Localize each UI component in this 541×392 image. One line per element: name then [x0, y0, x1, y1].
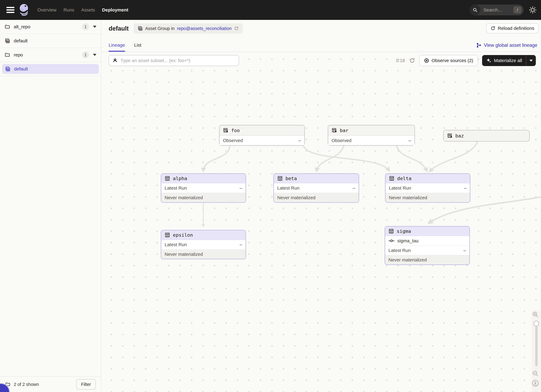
asset-group-header: default Asset Group in repo@assets_recon… — [101, 20, 541, 52]
asset-name: epsilon — [173, 232, 193, 238]
op-selector-icon — [112, 58, 118, 63]
asset-node-baz[interactable]: baz — [443, 130, 530, 142]
zoom-in-icon[interactable] — [532, 311, 539, 318]
asset-node-sigma[interactable]: sigma sigma_tau Latest Run– Never materi… — [385, 226, 470, 265]
asset-subset-filter[interactable] — [109, 55, 239, 66]
asset-group-prefix: Asset Group in — [145, 26, 175, 31]
search-icon — [470, 5, 480, 15]
sidebar-item-label: default — [14, 38, 27, 43]
code-location-icon — [138, 26, 143, 31]
latest-run-row: Latest Run– — [274, 183, 359, 193]
recenter-download-icon[interactable] — [531, 379, 539, 387]
asset-table-icon — [389, 229, 394, 234]
observable-source-table-icon — [447, 133, 453, 138]
observed-row: Observed– — [219, 136, 304, 145]
asset-node-header: alpha — [161, 174, 245, 183]
code-location-icon — [5, 38, 10, 44]
materialize-sparkle-icon — [486, 58, 492, 63]
materialize-options-dropdown[interactable] — [526, 55, 536, 66]
settings-gear-icon[interactable] — [529, 6, 537, 14]
sidebar-item-alt-repo[interactable]: alt_repo 1 — [0, 20, 101, 34]
filter-button[interactable]: Filter — [76, 379, 96, 390]
asset-node-header: bar — [328, 125, 415, 136]
asset-count-badge: 1 — [82, 23, 89, 30]
materialize-all-button[interactable]: Materialize all — [482, 55, 526, 66]
observe-sources-label: Observe sources (2) — [432, 58, 473, 63]
asset-node-foo[interactable]: foo Observed– — [219, 125, 305, 146]
refresh-icon[interactable] — [234, 26, 239, 31]
sidebar-item-label: alt_repo — [14, 24, 30, 29]
shown-count-text: 2 of 2 shown — [14, 382, 39, 387]
refresh-icon — [490, 26, 495, 31]
refresh-icon[interactable] — [409, 58, 415, 63]
asset-node-alpha[interactable]: alpha Latest Run– Never materialized — [161, 173, 246, 203]
asset-check-row[interactable]: sigma_tau — [385, 236, 469, 245]
reload-definitions-button[interactable]: Reload definitions — [486, 23, 539, 33]
latest-run-row: Latest Run– — [385, 183, 470, 193]
asset-name: alpha — [173, 176, 187, 181]
asset-check-icon — [389, 239, 395, 243]
asset-node-header: foo — [219, 125, 304, 136]
chevron-down-icon — [530, 60, 533, 62]
materialization-status-row: Never materialized — [161, 193, 245, 202]
view-tabs: Lineage List — [109, 42, 141, 52]
materialize-all-label: Materialize all — [494, 58, 522, 63]
nav-assets[interactable]: Assets — [81, 7, 95, 13]
asset-table-icon — [165, 176, 170, 181]
materialization-status-row: Never materialized — [274, 193, 359, 202]
sidebar-item-default-selected-row: default — [0, 62, 101, 76]
asset-name: beta — [286, 176, 297, 181]
nav-deployment[interactable]: Deployment — [102, 7, 128, 13]
primary-nav: Overview Runs Assets Deployment — [37, 7, 128, 13]
materialization-status-row: Never materialized — [385, 193, 470, 202]
asset-group-badge: Asset Group in repo@assets_reconciliatio… — [134, 23, 243, 34]
observe-eye-icon — [424, 58, 429, 63]
zoom-slider-handle[interactable] — [533, 321, 539, 326]
hamburger-menu-icon[interactable] — [6, 7, 14, 13]
observable-source-table-icon — [223, 128, 229, 133]
materialize-all-button-group: Materialize all — [482, 55, 536, 66]
observe-sources-button[interactable]: Observe sources (2) — [419, 55, 478, 66]
reload-definitions-label: Reload definitions — [498, 26, 534, 31]
sidebar-item-repo[interactable]: repo 1 — [0, 48, 101, 62]
search-input[interactable]: Search... / — [470, 5, 524, 15]
sidebar-item-default-alt[interactable]: default — [0, 34, 101, 48]
asset-node-header: delta — [385, 174, 470, 183]
tab-list[interactable]: List — [134, 42, 141, 52]
search-shortcut-key: / — [514, 6, 521, 13]
asset-name: baz — [455, 133, 464, 138]
chevron-down-icon[interactable] — [93, 54, 96, 56]
folder-icon — [5, 24, 10, 30]
asset-name: delta — [397, 176, 411, 181]
lineage-toolbar: 0:18 Observe sources (2) — [101, 55, 541, 66]
lineage-edges — [101, 52, 541, 392]
latest-run-row: Latest Run– — [161, 183, 245, 193]
zoom-out-icon[interactable] — [532, 370, 539, 377]
chevron-down-icon[interactable] — [93, 26, 96, 28]
materialization-status-row: Never materialized — [161, 249, 245, 259]
materialization-status-row: Never materialized — [385, 255, 469, 265]
asset-subset-input[interactable] — [120, 58, 235, 63]
observed-row: Observed– — [328, 136, 415, 145]
asset-node-delta[interactable]: delta Latest Run– Never materialized — [385, 173, 470, 203]
nav-overview[interactable]: Overview — [37, 7, 57, 13]
asset-node-header: baz — [444, 130, 529, 141]
asset-count-badge: 1 — [82, 51, 89, 58]
latest-run-row: Latest Run– — [385, 245, 469, 255]
folder-icon — [5, 52, 10, 58]
sidebar-item-default-selected[interactable]: default — [2, 64, 99, 74]
tab-lineage[interactable]: Lineage — [109, 42, 125, 52]
observable-source-table-icon — [332, 128, 337, 133]
lineage-graph-icon — [476, 42, 481, 48]
nav-runs[interactable]: Runs — [63, 7, 74, 13]
zoom-slider-track[interactable] — [535, 326, 538, 366]
asset-node-epsilon[interactable]: epsilon Latest Run– Never materialized — [161, 230, 246, 259]
asset-node-header: beta — [274, 174, 359, 183]
asset-node-bar[interactable]: bar Observed– — [328, 125, 415, 146]
dagster-logo-icon[interactable] — [19, 4, 30, 16]
repo-location-link[interactable]: repo@assets_reconciliation — [177, 26, 232, 31]
lineage-canvas[interactable]: 0:18 Observe sources (2) — [101, 52, 541, 392]
view-global-asset-lineage-link[interactable]: View global asset lineage — [476, 42, 537, 48]
asset-node-beta[interactable]: beta Latest Run– Never materialized — [273, 173, 359, 203]
asset-check-name: sigma_tau — [397, 238, 418, 243]
